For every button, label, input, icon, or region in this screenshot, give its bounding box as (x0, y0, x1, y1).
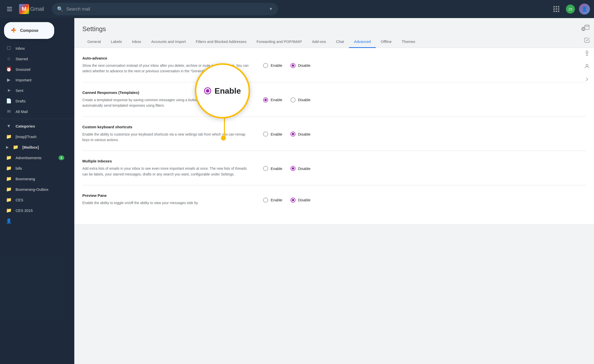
notification-badge[interactable]: 25 (566, 5, 575, 14)
disable-radio[interactable] (290, 198, 295, 203)
sidebar-item-label: CES (16, 198, 64, 202)
grid-dots-icon (553, 6, 559, 12)
keyboard-enable[interactable]: Enable (263, 132, 282, 137)
sidebar-item-ces-2015[interactable]: 📁 CES 2015 (0, 205, 70, 216)
tab-forwarding-pop[interactable]: Forwarding and POP/IMAP (252, 36, 307, 48)
sidebar-item-categories[interactable]: ▼ Categories (0, 121, 70, 131)
sidebar-item-important[interactable]: ▶ Important (0, 75, 70, 85)
sidebar-item-mailbox[interactable]: ▶ 📁 [Mailbox] (0, 142, 70, 152)
folder-icon: 📁 (6, 165, 12, 171)
sidebar-item-label: Sent (16, 88, 64, 93)
section-right: Enable Disable (263, 193, 338, 206)
tab-general[interactable]: General (82, 36, 106, 48)
sidebar-item-add-contact[interactable]: 👤 (0, 216, 70, 226)
calendar-icon[interactable] (583, 23, 591, 31)
disable-radio[interactable] (290, 132, 295, 137)
multiple-inboxes-desc: Add extra lists of emails in your inbox … (82, 166, 253, 177)
sidebar-item-label: Advertisements (16, 156, 54, 160)
folder-icon: 📁 (6, 134, 12, 139)
sidebar-item-label: Drafts (16, 99, 64, 103)
enable-radio[interactable] (263, 166, 268, 171)
custom-keyboard-desc: Enable the ability to customize your key… (82, 132, 253, 143)
advertisements-badge: 3 (58, 155, 64, 160)
tab-accounts-import[interactable]: Accounts and Import (146, 36, 191, 48)
sidebar-item-inbox[interactable]: ☐ Inbox (0, 43, 70, 53)
sidebar-item-label: [Mailbox] (22, 145, 64, 149)
folder-icon: 📁 (6, 197, 12, 203)
preview-pane-section: Preview Pane Enable the ability to toggl… (82, 185, 586, 214)
sidebar-item-imap-trash[interactable]: 📁 [Imap]/Trash (0, 131, 70, 142)
sidebar-item-ces[interactable]: 📁 CES (0, 195, 70, 205)
preview-disable[interactable]: Disable (290, 198, 311, 203)
sidebar-item-bills[interactable]: 📁 bills (0, 163, 70, 173)
tab-offline[interactable]: Offline (376, 36, 397, 48)
main-container: ✚ Compose ☐ Inbox ☆ Starred ⏰ Snoozed ▶ … (0, 18, 594, 364)
sidebar-item-drafts[interactable]: 📄 Drafts (0, 96, 70, 106)
tab-inbox[interactable]: Inbox (127, 36, 146, 48)
enable-radio[interactable] (263, 198, 268, 203)
sidebar-item-snoozed[interactable]: ⏰ Snoozed (0, 64, 70, 75)
sidebar-item-label: CES 2015 (16, 208, 64, 213)
disable-label: Disable (298, 132, 311, 136)
search-dropdown-icon[interactable]: ▼ (269, 7, 273, 11)
avatar[interactable]: 👤 (579, 4, 590, 15)
disable-radio[interactable] (290, 63, 295, 68)
sidebar-item-label: Boomerang-Outbox (16, 187, 64, 192)
tab-add-ons[interactable]: Add-ons (307, 36, 331, 48)
enable-label: Enable (271, 166, 282, 171)
sidebar-item-label: [Imap]/Trash (16, 135, 64, 139)
all-mail-icon: ✉ (6, 109, 12, 114)
hamburger-button[interactable] (4, 4, 15, 15)
sidebar-item-boomerang[interactable]: 📁 Boomerang (0, 173, 70, 184)
starred-icon: ☆ (6, 56, 12, 62)
sidebar-item-boomerang-outbox[interactable]: 📁 Boomerang-Outbox (0, 184, 70, 195)
tab-filters-blocked[interactable]: Filters and Blocked Addresses (191, 36, 252, 48)
enable-label: Enable (271, 63, 282, 68)
multiple-inboxes-title: Multiple Inboxes (82, 159, 253, 163)
sidebar-item-advertisements[interactable]: 📁 Advertisements 3 (0, 152, 70, 163)
folder-icon: 📁 (6, 208, 12, 213)
inbox-disable[interactable]: Disable (290, 166, 311, 171)
tab-labels[interactable]: Labels (106, 36, 127, 48)
canned-enable[interactable]: Enable (263, 97, 282, 102)
inbox-enable[interactable]: Enable (263, 166, 282, 171)
auto-advance-disable[interactable]: Disable (290, 63, 311, 68)
disable-label: Disable (298, 166, 311, 171)
sidebar-item-sent[interactable]: ➤ Sent (0, 85, 70, 96)
sidebar-item-starred[interactable]: ☆ Starred (0, 53, 70, 64)
sidebar-item-all-mail[interactable]: ✉ All Mail (0, 106, 70, 117)
sidebar-item-label: Categories (16, 124, 64, 128)
disable-label: Disable (298, 98, 311, 102)
tab-themes[interactable]: Themes (397, 36, 420, 48)
enable-radio[interactable] (263, 63, 268, 68)
auto-advance-enable[interactable]: Enable (263, 63, 282, 68)
zoom-connector-dot (221, 136, 226, 141)
tab-chat[interactable]: Chat (331, 36, 349, 48)
disable-radio[interactable] (290, 97, 295, 102)
svg-point-4 (586, 64, 588, 66)
multiple-inboxes-section: Multiple Inboxes Add extra lists of emai… (82, 151, 586, 185)
keyboard-disable[interactable]: Disable (290, 132, 311, 137)
right-icon-bar (580, 18, 594, 364)
tasks-icon[interactable] (583, 36, 591, 44)
disable-radio[interactable] (290, 166, 295, 171)
add-contact-icon: 👤 (6, 218, 12, 224)
enable-radio[interactable] (263, 97, 268, 102)
enable-radio[interactable] (263, 132, 268, 137)
disable-label: Disable (298, 63, 311, 68)
compose-button[interactable]: ✚ Compose (4, 22, 54, 39)
section-right: Enable Disable (263, 125, 338, 143)
chevron-right-icon[interactable] (583, 75, 591, 83)
search-input[interactable] (66, 7, 269, 12)
keep-icon[interactable] (583, 49, 591, 57)
folder-icon: 📁 (6, 187, 12, 192)
canned-disable[interactable]: Disable (290, 97, 311, 102)
important-icon: ▶ (6, 77, 12, 83)
preview-enable[interactable]: Enable (263, 198, 282, 203)
sidebar-item-label: bills (16, 166, 64, 170)
app-grid-button[interactable] (551, 4, 562, 15)
contacts-icon[interactable] (583, 62, 591, 70)
tab-advanced[interactable]: Advanced (349, 36, 376, 48)
zoom-enable-label: Enable (215, 86, 241, 96)
sidebar-item-label: All Mail (16, 109, 64, 114)
